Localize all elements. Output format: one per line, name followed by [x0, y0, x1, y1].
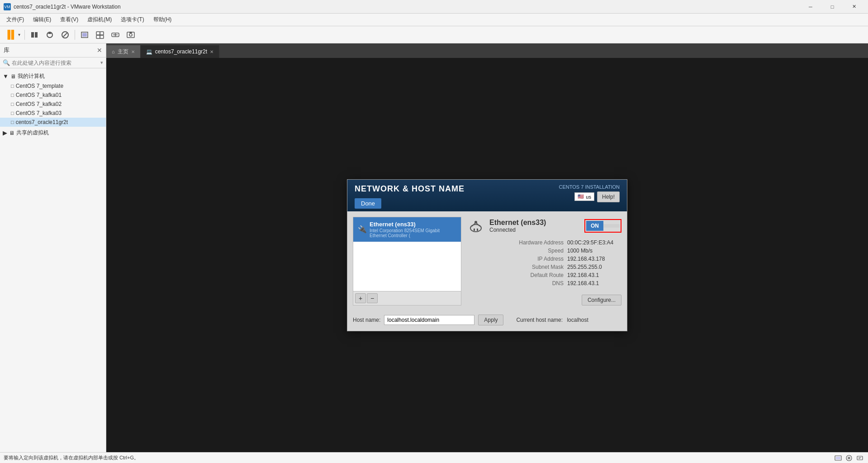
- detail-row-ip: IP Address 192.168.43.178: [467, 255, 621, 263]
- minimize-button[interactable]: ─: [800, 0, 821, 14]
- maximize-button[interactable]: □: [822, 0, 843, 14]
- sidebar-item-template[interactable]: □ CentOS 7_template: [0, 81, 106, 91]
- apply-button[interactable]: Apply: [478, 315, 503, 325]
- toolbar-btn-ctrlaltdel[interactable]: [108, 28, 123, 42]
- lang-text: us: [586, 194, 591, 200]
- statusbar: 要将输入定向到该虚拟机，请在虚拟机内部单击或按 Ctrl+G。: [0, 452, 868, 463]
- add-network-button[interactable]: +: [355, 293, 366, 303]
- done-button[interactable]: Done: [355, 198, 381, 209]
- language-selector[interactable]: 🇺🇸 us: [574, 192, 594, 201]
- svg-rect-10: [96, 35, 100, 38]
- toggle-on-label[interactable]: ON: [586, 221, 603, 231]
- sidebar-item-kafka01[interactable]: □ CentOS 7_kafka01: [0, 91, 106, 100]
- power-dropdown[interactable]: ▐▌ ▾: [3, 29, 22, 40]
- sidebar-item-kafka03[interactable]: □ CentOS 7_kafka03: [0, 109, 106, 118]
- titlebar: VM centos7_oracle11gr2t - VMware Worksta…: [0, 0, 868, 14]
- menu-help[interactable]: 帮助(H): [149, 14, 176, 25]
- statusbar-icon-1[interactable]: [834, 453, 843, 463]
- flag-icon: 🇺🇸: [578, 194, 584, 200]
- speed-value: 1000 Mb/s: [567, 248, 621, 254]
- configure-button[interactable]: Configure...: [582, 295, 621, 305]
- tab-oracle[interactable]: 💻 centos7_oracle11gr2t ✕: [141, 45, 219, 58]
- search-dropdown-icon[interactable]: ▾: [100, 60, 103, 66]
- svg-rect-11: [100, 35, 104, 38]
- toolbar-btn-stop[interactable]: [58, 28, 72, 42]
- help-button[interactable]: Help!: [597, 191, 620, 202]
- dialog-header-left: NETWORK & HOST NAME Done: [355, 184, 465, 209]
- toolbar-btn-fullscreen[interactable]: [77, 28, 92, 42]
- toolbar-btn-screenshot[interactable]: [123, 28, 138, 42]
- hostname-label: Host name:: [353, 317, 380, 323]
- sidebar-item-oracle[interactable]: □ centos7_oracle11gr2t: [0, 118, 106, 127]
- shared-icon: 🖥: [9, 130, 14, 136]
- hardware-addr-label: Hardware Address: [509, 239, 564, 246]
- tab-oracle-close[interactable]: ✕: [210, 49, 213, 54]
- vm-icon-oracle: □: [11, 119, 14, 125]
- ip-label: IP Address: [509, 256, 564, 262]
- default-route-value: 192.168.43.1: [567, 272, 621, 278]
- menu-edit[interactable]: 编辑(E): [28, 14, 56, 25]
- tab-oracle-label: centos7_oracle11gr2t: [155, 48, 207, 55]
- shared-vms-item[interactable]: ▶ 🖥 共享的虚拟机: [0, 128, 106, 138]
- toolbar-btn-unity[interactable]: [93, 28, 107, 42]
- toolbar-btn-suspend[interactable]: [27, 28, 42, 42]
- network-list-item-ens33[interactable]: 🔌 Ethernet (ens33) Intel Corporation 825…: [353, 217, 461, 242]
- menu-file[interactable]: 文件(F): [2, 14, 28, 25]
- menu-view[interactable]: 查看(V): [56, 14, 83, 25]
- search-input[interactable]: [12, 60, 99, 66]
- statusbar-icon-3[interactable]: [855, 453, 864, 463]
- sidebar-header: 库 ✕: [0, 43, 106, 57]
- menu-vm[interactable]: 虚拟机(M): [83, 14, 116, 25]
- hostname-input[interactable]: [384, 315, 474, 325]
- toggle-container[interactable]: ON: [584, 219, 621, 233]
- svg-rect-0: [31, 32, 34, 38]
- detail-row-route: Default Route 192.168.43.1: [467, 271, 621, 279]
- vm-tab-icon: 💻: [146, 49, 152, 55]
- menu-tab[interactable]: 选项卡(T): [116, 14, 148, 25]
- tab-home[interactable]: ⌂ 主页 ✕: [106, 45, 141, 58]
- eth-text-info: Ethernet (ens33) Connected: [489, 219, 546, 233]
- statusbar-icon-2[interactable]: [844, 453, 854, 463]
- main-area: 库 ✕ 🔍 ▾ ▼ 🖥 我的计算机 □ CentOS 7_template □: [0, 43, 868, 452]
- eth-detail-status: Connected: [489, 227, 546, 233]
- sidebar-item-kafka02[interactable]: □ CentOS 7_kafka02: [0, 100, 106, 109]
- eth-list-name: Ethernet (ens33): [370, 221, 456, 228]
- toolbar-btn-restart[interactable]: [43, 28, 57, 42]
- shared-expand-icon: ▶: [3, 129, 7, 136]
- app-icon: VM: [4, 3, 11, 10]
- home-icon: ⌂: [112, 49, 115, 54]
- my-computer-label: 我的计算机: [18, 72, 45, 80]
- computer-icon: 🖥: [10, 73, 16, 80]
- close-button[interactable]: ✕: [844, 0, 864, 14]
- statusbar-message: 要将输入定向到该虚拟机，请在虚拟机内部单击或按 Ctrl+G。: [4, 454, 139, 461]
- eth-list-desc: Intel Corporation 8254SEM Gigabit Ethern…: [370, 228, 456, 238]
- svg-rect-1: [35, 32, 38, 38]
- tree-group-my-computer: ▼ 🖥 我的计算机 □ CentOS 7_template □ CentOS 7…: [0, 70, 106, 128]
- network-detail-panel: Ethernet (ens33) Connected ON: [467, 217, 621, 305]
- remove-network-button[interactable]: −: [367, 293, 378, 303]
- statusbar-right: [834, 453, 864, 463]
- subnet-value: 255.255.255.0: [567, 264, 621, 270]
- svg-rect-8: [96, 32, 100, 35]
- dns-label: DNS: [509, 280, 564, 286]
- network-list-actions: + −: [353, 291, 461, 305]
- detail-row-speed: Speed 1000 Mb/s: [467, 247, 621, 255]
- menubar: 文件(F) 编辑(E) 查看(V) 虚拟机(M) 选项卡(T) 帮助(H): [0, 14, 868, 26]
- eth-info: Ethernet (ens33) Connected: [467, 217, 546, 235]
- network-list-empty-area: [353, 242, 461, 291]
- vm-screen: NETWORK & HOST NAME Done CENTOS 7 INSTAL…: [347, 179, 627, 331]
- tab-home-close[interactable]: ✕: [131, 49, 135, 54]
- svg-point-21: [474, 221, 477, 224]
- detail-row-hardware: Hardware Address 00:0C:29:5F:E3:A4: [467, 239, 621, 247]
- dialog-header: NETWORK & HOST NAME Done CENTOS 7 INSTAL…: [347, 180, 627, 211]
- toggle-off-area[interactable]: [603, 224, 620, 228]
- svg-point-16: [129, 33, 132, 36]
- vm-icon-kafka02: □: [11, 101, 14, 107]
- separator-1: [24, 30, 25, 40]
- dialog-header-right: CENTOS 7 INSTALLATION 🇺🇸 us Help!: [559, 184, 620, 202]
- svg-rect-17: [129, 32, 132, 33]
- detail-row-dns: DNS 192.168.43.1: [467, 279, 621, 287]
- my-computer-header[interactable]: ▼ 🖥 我的计算机: [0, 71, 106, 81]
- vm-content[interactable]: NETWORK & HOST NAME Done CENTOS 7 INSTAL…: [106, 58, 868, 452]
- sidebar-close-button[interactable]: ✕: [97, 47, 102, 54]
